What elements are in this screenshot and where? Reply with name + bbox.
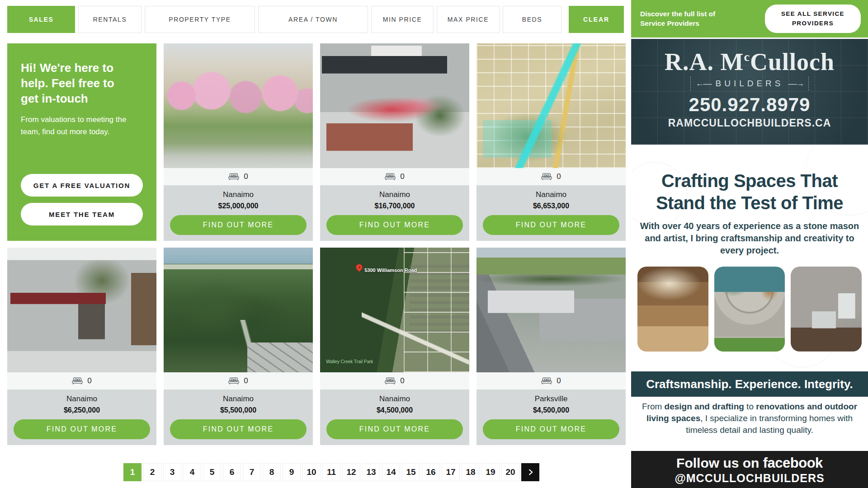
bed-icon	[541, 173, 552, 181]
map-park-label: Walley Creek Trail Park	[326, 359, 373, 365]
dashed-line-right	[808, 77, 809, 90]
listings-grid: Hi! We're here to help. Feel free to get…	[7, 43, 631, 445]
listing-meta-strip: 0	[164, 372, 313, 389]
brand-name-rest: Culloch	[750, 48, 835, 75]
find-out-more-button[interactable]: FIND OUT MORE	[483, 419, 619, 439]
listing-price: $4,500,000	[483, 406, 619, 414]
listing-photo[interactable]	[476, 43, 626, 168]
brand-phone: 250.927.8979	[631, 94, 868, 116]
chevron-right-icon	[526, 468, 535, 477]
page-button[interactable]: 4	[183, 463, 201, 481]
pagination: 1234567891011121314151617181920	[123, 463, 631, 481]
brand-name: R.A. McCulloch	[631, 48, 868, 76]
listing-price: $6,250,000	[14, 406, 150, 414]
brand-website: RAMCCULLOCHBUILDERS.CA	[631, 117, 868, 129]
facebook-logo-text: facebook	[763, 455, 823, 471]
listing-photo[interactable]	[7, 248, 156, 372]
builder-ad-logo-section: R.A. McCulloch ←— BUILDERS —→ 250.927.89…	[631, 39, 868, 145]
listing-photo[interactable]	[476, 248, 626, 372]
page-button[interactable]: 6	[223, 463, 241, 481]
filter-button-max-price[interactable]: MAX PRICE	[437, 6, 500, 33]
filter-button-beds[interactable]: BEDS	[503, 6, 561, 33]
listing-footer: Nanaimo $16,700,000 FIND OUT MORE	[320, 185, 469, 241]
find-out-more-button[interactable]: FIND OUT MORE	[170, 419, 307, 439]
bed-icon	[385, 173, 396, 181]
listing-photo[interactable]: 5300 Williamson Road Walley Creek Trail …	[320, 248, 469, 372]
ad-services-text: From design and drafting to renovations …	[631, 397, 868, 451]
page-button[interactable]: 18	[462, 463, 480, 481]
listing-location: Nanaimo	[326, 394, 463, 404]
find-out-more-button[interactable]: FIND OUT MORE	[170, 215, 307, 235]
page-button[interactable]: 17	[442, 463, 460, 481]
listing-price: $25,000,000	[170, 202, 307, 210]
facebook-follow-bar[interactable]: Follow us on facebook @MCCULLOCHBUILDERS	[631, 451, 868, 488]
listing-meta-strip: 0	[476, 168, 626, 185]
contact-promo-card: Hi! We're here to help. Feel free to get…	[7, 43, 156, 241]
ad-services-text-segment: , I specialize in transforming homes wit…	[686, 413, 853, 435]
page-button[interactable]: 1	[123, 463, 142, 481]
page-button[interactable]: 2	[143, 463, 161, 481]
meet-the-team-button[interactable]: MEET THE TEAM	[21, 203, 143, 225]
page-button[interactable]: 8	[263, 463, 281, 481]
follow-us-text: Follow us on	[676, 455, 763, 470]
brand-tagline: BUILDERS	[715, 79, 783, 89]
listing-location: Nanaimo	[326, 190, 463, 199]
beds-count: 0	[87, 376, 91, 385]
listing-location: Nanaimo	[170, 394, 307, 404]
find-out-more-button[interactable]: FIND OUT MORE	[326, 419, 463, 439]
page-button[interactable]: 7	[243, 463, 261, 481]
bed-icon	[228, 377, 239, 385]
page-button[interactable]: 9	[283, 463, 301, 481]
page-button[interactable]: 16	[422, 463, 440, 481]
ad-photo-gallery	[637, 267, 862, 352]
listing-price: $4,500,000	[326, 406, 463, 414]
promo-heading: Hi! We're here to help. Feel free to get…	[21, 61, 135, 106]
get-free-valuation-button[interactable]: GET A FREE VALUATION	[21, 174, 143, 197]
page-button[interactable]: 14	[382, 463, 400, 481]
page-button[interactable]: 13	[362, 463, 380, 481]
page-button[interactable]: 15	[402, 463, 420, 481]
ad-headline: Crafting Spaces That Stand the Test of T…	[637, 170, 862, 214]
filter-button-rentals[interactable]: RENTALS	[78, 6, 142, 33]
facebook-follow-line: Follow us on facebook	[631, 455, 868, 471]
beds-count: 0	[244, 376, 248, 385]
page-button[interactable]: 5	[203, 463, 221, 481]
beds-count: 0	[400, 376, 404, 385]
page-button[interactable]: 3	[163, 463, 181, 481]
filter-button-clear[interactable]: CLEAR	[569, 6, 624, 33]
listing-meta-strip: 0	[320, 372, 469, 389]
page-button[interactable]: 11	[322, 463, 340, 481]
find-out-more-button[interactable]: FIND OUT MORE	[326, 215, 463, 235]
listing-photo[interactable]	[164, 248, 313, 372]
listing-location: Nanaimo	[170, 190, 307, 199]
listing-photo[interactable]	[320, 43, 469, 168]
listing-card: 0 Nanaimo $6,250,000 FIND OUT MORE	[7, 248, 156, 445]
listing-footer: Nanaimo $6,653,000 FIND OUT MORE	[476, 185, 626, 241]
sidebar-ad-column: Discover the full list of Service Provid…	[631, 0, 868, 488]
arrow-right-icon: —→	[788, 79, 804, 89]
page-button[interactable]: 20	[501, 463, 519, 481]
filter-bar: SALESRENTALSPROPERTY TYPEAREA / TOWNMIN …	[0, 0, 631, 33]
listing-meta-strip: 0	[320, 168, 469, 185]
ad-services-text-segment: to	[744, 402, 756, 411]
filter-button-property-type[interactable]: PROPERTY TYPE	[145, 6, 255, 33]
page-button[interactable]: 19	[481, 463, 500, 481]
filter-button-area-town[interactable]: AREA / TOWN	[258, 6, 368, 33]
beds-count: 0	[400, 172, 404, 181]
listing-meta-strip: 0	[476, 372, 626, 389]
filter-button-min-price[interactable]: MIN PRICE	[371, 6, 434, 33]
listing-location: Nanaimo	[483, 190, 619, 199]
service-providers-header: Discover the full list of Service Provid…	[631, 0, 868, 39]
builder-ad-body-section: Crafting Spaces That Stand the Test of T…	[631, 145, 868, 371]
listing-card: 0 Nanaimo $6,653,000 FIND OUT MORE	[476, 43, 626, 241]
page-button[interactable]: 12	[342, 463, 360, 481]
facebook-handle: @MCCULLOCHBUILDERS	[631, 472, 868, 485]
see-all-service-providers-button[interactable]: SEE ALL SERVICE PROVIDERS	[765, 5, 861, 33]
filter-button-sales[interactable]: SALES	[7, 6, 75, 33]
listing-photo[interactable]	[164, 43, 313, 168]
next-page-button[interactable]	[521, 463, 539, 481]
find-out-more-button[interactable]: FIND OUT MORE	[483, 215, 619, 235]
arrow-left-icon: ←—	[695, 79, 711, 89]
page-button[interactable]: 10	[302, 463, 321, 481]
find-out-more-button[interactable]: FIND OUT MORE	[14, 419, 150, 439]
